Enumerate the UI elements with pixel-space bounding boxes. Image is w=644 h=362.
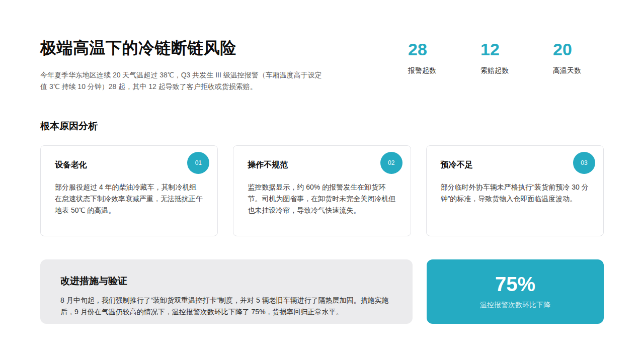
page-title: 极端高温下的冷链断链风险 [40,38,323,57]
bottom-row: 改进措施与验证 8 月中旬起，我们强制推行了“装卸货双重温控打卡”制度，并对 5… [40,259,604,324]
highlight-label: 温控报警次数环比下降 [480,301,550,310]
stats-group: 28 报警起数 12 索赔起数 20 高温天数 [408,40,581,75]
stat-value: 12 [480,40,509,58]
stat-value: 20 [553,40,581,58]
card-insufficient-precooling: 03 预冷不足 部分临时外协车辆未严格执行“装货前预冷 30 分钟”的标准，导致… [426,145,604,236]
stat-hot-days: 20 高温天数 [553,40,581,75]
stat-label: 索赔起数 [480,66,509,75]
improvement-body: 8 月中旬起，我们强制推行了“装卸货双重温控打卡”制度，并对 5 辆老旧车辆进行… [60,295,392,318]
slide: 极端高温下的冷链断链风险 今年夏季华东地区连续 20 天气温超过 38℃，Q3 … [0,0,644,362]
card-number-badge: 02 [380,152,403,174]
improvement-heading: 改进措施与验证 [60,275,392,288]
card-title: 设备老化 [55,160,203,170]
stat-label: 高温天数 [553,66,581,75]
root-cause-cards: 01 设备老化 部分服役超过 4 年的柴油冷藏车，其制冷机组在怠速状态下制冷效率… [40,145,604,236]
card-equipment-aging: 01 设备老化 部分服役超过 4 年的柴油冷藏车，其制冷机组在怠速状态下制冷效率… [40,145,218,236]
section-heading-root-cause: 根本原因分析 [40,120,98,133]
improvement-panel: 改进措施与验证 8 月中旬起，我们强制推行了“装卸货双重温控打卡”制度，并对 5… [40,259,413,324]
stat-claim-count: 12 索赔起数 [480,40,509,75]
stat-label: 报警起数 [408,66,436,75]
highlight-value: 75% [495,274,535,295]
card-title: 操作不规范 [248,160,396,170]
card-improper-operation: 02 操作不规范 监控数据显示，约 60% 的报警发生在卸货环节。司机为图省事，… [233,145,411,236]
card-body: 部分临时外协车辆未严格执行“装货前预冷 30 分钟”的标准，导致货物入仓即面临温… [441,182,589,205]
card-title: 预冷不足 [441,160,589,170]
header: 极端高温下的冷链断链风险 今年夏季华东地区连续 20 天气温超过 38℃，Q3 … [40,38,323,93]
highlight-panel: 75% 温控报警次数环比下降 [427,259,604,324]
card-number-badge: 03 [573,152,595,174]
page-subtitle: 今年夏季华东地区连续 20 天气温超过 38℃，Q3 共发生 III 级温控报警… [40,69,323,93]
card-number-badge: 01 [187,152,209,174]
card-body: 部分服役超过 4 年的柴油冷藏车，其制冷机组在怠速状态下制冷效率衰减严重，无法抵… [55,182,203,216]
card-body: 监控数据显示，约 60% 的报警发生在卸货环节。司机为图省事，在卸货时未完全关闭… [248,182,396,216]
stat-alarm-count: 28 报警起数 [408,40,436,75]
stat-value: 28 [408,40,436,58]
